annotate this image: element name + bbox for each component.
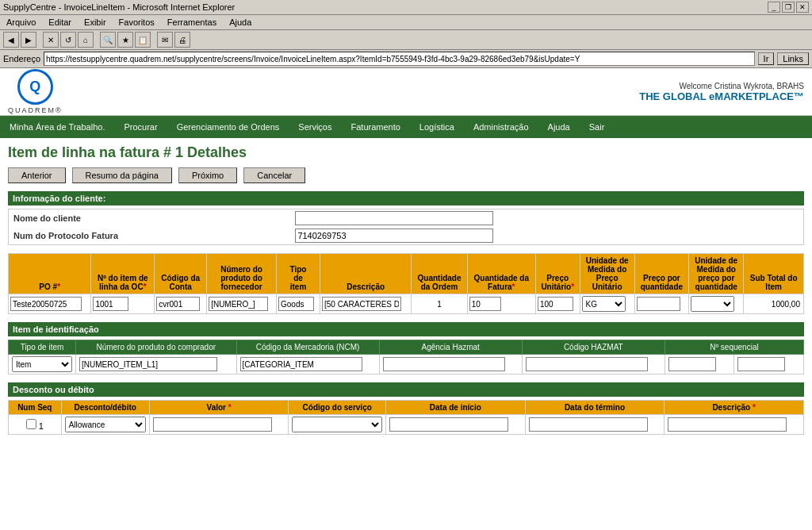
proximo-button[interactable]: Próximo [178,167,237,183]
mail-btn[interactable]: ✉ [157,32,173,48]
menu-favoritos[interactable]: Favoritos [116,17,158,28]
menu-ferramentas[interactable]: Ferramentas [164,17,220,28]
cancelar-button[interactable]: Cancelar [243,167,305,183]
disc-termino-input[interactable] [529,417,648,432]
window-buttons: _ ❐ ✕ [768,2,809,13]
col-preco: PreçoUnitário* [535,254,580,294]
app-header: Q QUADREM® Welcome Cristina Wykrota, BRA… [0,68,812,116]
uom-select[interactable]: KG EA L [582,296,626,312]
nav-workspace[interactable]: Minha Área de Trabalho. [0,119,114,135]
links-button[interactable]: Links [777,52,809,65]
address-input[interactable] [44,52,754,66]
nav-ordens[interactable]: Gerenciamento de Ordens [167,119,289,135]
identification-table: Tipo de item Número do produto do compra… [8,340,804,374]
print-btn[interactable]: 🖨 [174,32,190,48]
col-num-prod: Número doproduto dofornecedor [207,254,277,294]
menu-arquivo[interactable]: Arquivo [3,17,39,28]
id-agencia-input[interactable] [383,357,505,371]
menu-exibir[interactable]: Exibir [81,17,109,28]
qtd-fatura-input[interactable] [469,297,501,311]
resumo-button[interactable]: Resumo da página [72,167,172,183]
disc-termino-cell [525,415,665,435]
customer-name-value [290,209,803,227]
col-tipo: Tipodeitem [277,254,320,294]
col-linha-oc: Nº do item delinha da OC* [91,254,155,294]
main-data-table: PO #* Nº do item delinha da OC* Código d… [8,253,804,314]
disc-seq-cell: 1 [9,415,62,435]
cell-po [9,294,91,314]
cell-uom-preco: KG [689,294,744,314]
nav-bar: Minha Área de Trabalho. Procurar Gerenci… [0,116,812,138]
page-title: Item de linha na fatura # 1 Detalhes [8,144,804,161]
history-btn[interactable]: 📋 [135,32,151,48]
descricao-input[interactable] [322,297,401,311]
logo-text: QUADREM® [8,106,63,114]
discount-table: Num Seq Desconto/débito Valor * Código d… [8,400,804,435]
nav-sair[interactable]: Sair [580,119,615,135]
forward-btn[interactable]: ▶ [21,32,36,48]
preco-qtd-input[interactable] [637,297,680,311]
customer-section-header: Informação do cliente: [8,191,804,205]
disc-seq-checkbox[interactable] [26,419,36,429]
disc-tipo-select[interactable]: Allowance Charge [65,417,146,432]
disc-servico-select[interactable] [292,417,382,432]
id-tipo-select[interactable]: Item Serviço Material [12,356,72,372]
cell-preco-qtd [634,294,689,314]
disc-col-tipo: Desconto/débito [61,401,149,415]
browser-toolbar: ◀ ▶ ✕ ↺ ⌂ 🔍 ★ 📋 ✉ 🖨 [0,30,812,50]
id-ncm-input[interactable] [240,357,362,371]
restore-btn[interactable]: ❐ [782,2,795,13]
id-hazmat-input[interactable] [526,357,648,371]
nav-procurar[interactable]: Procurar [114,119,167,135]
favorites-btn[interactable]: ★ [117,32,133,48]
id-seq1-input[interactable] [668,357,716,371]
disc-valor-input[interactable] [153,417,272,432]
cell-preco [535,294,580,314]
id-num-comprador-cell [75,355,236,374]
customer-section: Informação do cliente: Nome do cliente N… [8,191,804,245]
menu-editar[interactable]: Editar [45,17,75,28]
id-col-tipo: Tipo de item [9,340,76,355]
protocol-input[interactable] [295,229,493,243]
refresh-btn[interactable]: ↺ [60,32,76,48]
conta-input[interactable] [156,297,200,311]
disc-inicio-cell [385,415,525,435]
main-data-table-wrapper: PO #* Nº do item delinha da OC* Código d… [8,253,804,314]
disc-col-valor: Valor * [149,401,289,415]
cell-descricao [320,294,411,314]
cell-uom: KG EA L [580,294,634,314]
welcome-text: Welcome Cristina Wykrota, BRAHS [639,82,804,90]
anterior-button[interactable]: Anterior [8,167,66,183]
back-btn[interactable]: ◀ [3,32,19,48]
nav-ajuda[interactable]: Ajuda [538,119,580,135]
disc-desc-input[interactable] [668,417,787,432]
disc-desc-cell [665,415,804,435]
minimize-btn[interactable]: _ [768,2,780,13]
go-button[interactable]: Ir [758,52,775,65]
search-btn[interactable]: 🔍 [100,32,116,48]
linha-oc-input[interactable] [93,297,128,311]
disc-inicio-input[interactable] [389,417,508,432]
menu-bar: Arquivo Editar Exibir Favoritos Ferramen… [0,15,812,30]
uom-preco-select[interactable]: KG [691,296,734,312]
menu-ajuda[interactable]: Ajuda [226,17,255,28]
nav-logistica[interactable]: Logística [410,119,464,135]
nav-faturamento[interactable]: Faturamento [341,119,409,135]
num-prod-input[interactable] [209,297,268,311]
id-seq2-input[interactable] [737,357,785,371]
nav-admin[interactable]: Administração [464,119,538,135]
disc-seq-value: 1 [39,421,44,431]
stop-btn[interactable]: ✕ [43,32,59,48]
disc-valor-cell [149,415,289,435]
col-qtd-ordem: Quantidadeda Ordem [412,254,467,294]
tipo-input[interactable] [278,297,314,311]
nav-servicos[interactable]: Serviços [289,119,341,135]
disc-col-termino: Data do término [525,401,665,415]
id-num-comprador-input[interactable] [79,357,217,371]
close-btn[interactable]: ✕ [796,2,809,13]
customer-name-input[interactable] [295,211,493,225]
preco-input[interactable] [538,297,573,311]
title-bar: SupplyCentre - InvoiceLineItem - Microso… [0,0,812,15]
home-btn[interactable]: ⌂ [78,32,94,48]
po-input[interactable] [10,297,82,311]
